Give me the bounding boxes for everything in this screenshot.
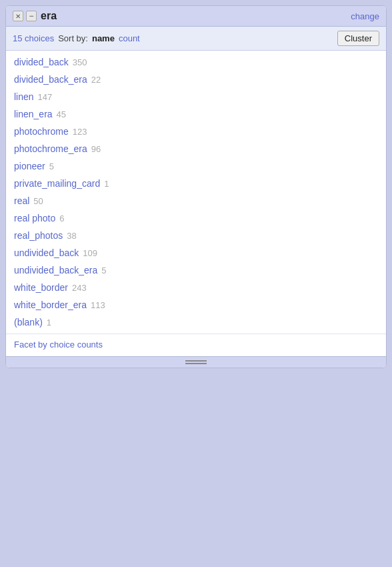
change-link[interactable]: change — [351, 11, 379, 21]
choice-name: real photo — [14, 213, 55, 223]
choice-count: 123 — [73, 127, 87, 137]
list-item[interactable]: undivided_back_era5 — [6, 261, 386, 279]
choice-count: 109 — [83, 248, 97, 258]
list-item[interactable]: real photo6 — [6, 209, 386, 227]
choice-count: 50 — [33, 196, 43, 206]
panel-footer — [6, 356, 386, 368]
choice-count: 45 — [57, 109, 66, 119]
minimize-icon[interactable]: − — [26, 11, 37, 21]
choice-count: 96 — [91, 144, 101, 154]
choices-list: divided_back350divided_back_era22linen14… — [6, 51, 386, 334]
choice-name: divided_back — [14, 57, 69, 67]
list-item[interactable]: linen147 — [6, 88, 386, 105]
sort-label: Sort by: — [58, 33, 88, 43]
choice-name: real — [14, 195, 29, 206]
choices-count: 15 choices — [13, 33, 54, 43]
choice-name: photochrome — [14, 126, 69, 137]
choice-name: private_mailing_card — [14, 178, 100, 189]
list-item[interactable]: photochrome_era96 — [6, 140, 386, 157]
choice-count: 38 — [67, 231, 76, 241]
choice-name: divided_back_era — [14, 74, 87, 85]
choice-count: 5 — [49, 161, 54, 171]
choice-count: 113 — [91, 300, 105, 310]
list-item[interactable]: divided_back_era22 — [6, 71, 386, 88]
sort-bar: 15 choices Sort by: name count Cluster — [6, 27, 386, 51]
sort-options: 15 choices Sort by: name count — [13, 33, 140, 43]
choice-count: 6 — [59, 213, 64, 223]
panel-title: era — [41, 10, 57, 22]
choice-name: real_photos — [14, 230, 63, 241]
choice-name: white_border_era — [14, 300, 87, 310]
choice-name: photochrome_era — [14, 143, 87, 154]
choice-name: white_border — [14, 282, 68, 293]
list-item[interactable]: real_photos38 — [6, 227, 386, 244]
close-icon[interactable]: ✕ — [13, 11, 23, 21]
list-item[interactable]: divided_back350 — [6, 53, 386, 71]
choice-count: 243 — [72, 283, 87, 293]
list-item[interactable]: white_border243 — [6, 279, 386, 296]
choice-count: 22 — [91, 75, 101, 85]
header-icons: ✕ − — [13, 11, 37, 21]
choice-count: 1 — [104, 179, 109, 189]
era-facet-panel: ✕ − era change 15 choices Sort by: name … — [5, 5, 387, 368]
choice-name: undivided_back — [14, 247, 79, 258]
panel-header: ✕ − era change — [6, 6, 386, 27]
list-item[interactable]: (blank)1 — [6, 314, 386, 331]
list-item[interactable]: linen_era45 — [6, 105, 386, 123]
list-item[interactable]: white_border_era113 — [6, 296, 386, 314]
choice-name: pioneer — [14, 161, 45, 171]
list-item[interactable]: pioneer5 — [6, 157, 386, 175]
choice-name: linen_era — [14, 109, 53, 119]
cluster-button[interactable]: Cluster — [337, 31, 379, 46]
choice-count: 350 — [73, 57, 87, 67]
choice-name: linen — [14, 91, 34, 102]
list-item[interactable]: real50 — [6, 192, 386, 209]
sort-by-count[interactable]: count — [119, 33, 140, 43]
header-left: ✕ − era — [13, 10, 57, 22]
choice-count: 147 — [38, 92, 53, 102]
list-item[interactable]: undivided_back109 — [6, 244, 386, 261]
resize-handle[interactable] — [185, 360, 207, 364]
list-item[interactable]: private_mailing_card1 — [6, 175, 386, 192]
choice-count: 5 — [101, 265, 106, 275]
list-item[interactable]: photochrome123 — [6, 123, 386, 140]
choice-count: 1 — [47, 318, 51, 328]
sort-by-name[interactable]: name — [92, 33, 115, 43]
choice-name: (blank) — [14, 317, 43, 328]
choice-name: undivided_back_era — [14, 265, 97, 275]
facet-by-choice-counts-link[interactable]: Facet by choice counts — [6, 334, 386, 356]
